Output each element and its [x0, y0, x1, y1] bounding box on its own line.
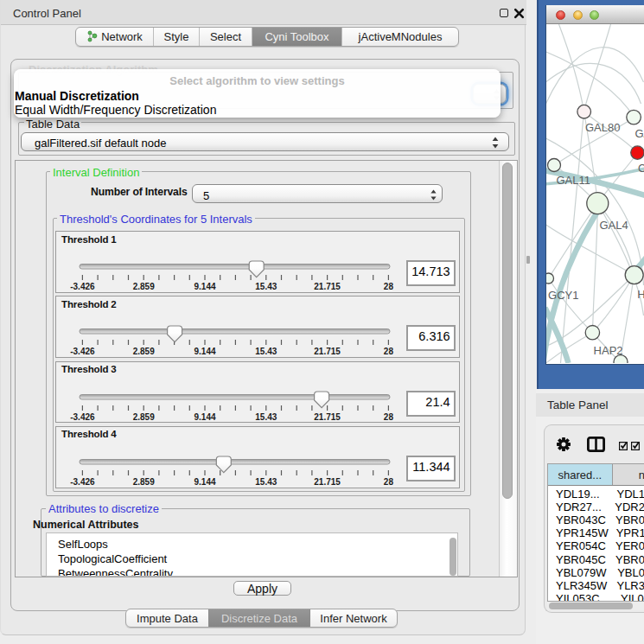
svg-text:28: 28	[383, 347, 393, 356]
svg-text:9.144: 9.144	[194, 411, 215, 421]
svg-text:GAL4: GAL4	[600, 219, 628, 232]
svg-text:-3.426: -3.426	[70, 347, 95, 356]
svg-text:2.859: 2.859	[132, 476, 154, 486]
svg-text:15.43: 15.43	[255, 411, 277, 421]
svg-text:21.715: 21.715	[314, 347, 341, 356]
svg-text:GAL11: GAL11	[556, 174, 590, 187]
svg-text:GA: GA	[635, 127, 644, 140]
svg-text:21.715: 21.715	[314, 411, 341, 421]
svg-text:28: 28	[383, 476, 393, 486]
svg-text:15.43: 15.43	[255, 347, 277, 356]
svg-text:9.144: 9.144	[194, 476, 215, 486]
svg-text:HAP2: HAP2	[594, 344, 623, 357]
svg-text:2.859: 2.859	[132, 347, 154, 356]
svg-text:28: 28	[383, 411, 393, 421]
svg-text:H: H	[637, 288, 644, 301]
svg-text:-3.426: -3.426	[70, 282, 95, 291]
svg-text:15.43: 15.43	[255, 476, 277, 486]
svg-text:-3.426: -3.426	[70, 411, 95, 421]
svg-text:9.144: 9.144	[194, 347, 215, 356]
svg-text:15.43: 15.43	[255, 282, 277, 291]
svg-text:2.859: 2.859	[132, 411, 154, 421]
svg-text:28: 28	[383, 282, 393, 291]
svg-text:21.715: 21.715	[314, 282, 341, 291]
svg-text:C: C	[638, 162, 644, 175]
svg-text:GAL80: GAL80	[585, 121, 620, 134]
svg-text:21.715: 21.715	[314, 476, 341, 486]
svg-text:2.859: 2.859	[132, 282, 154, 291]
svg-text:-3.426: -3.426	[70, 476, 95, 486]
svg-text:GCY1: GCY1	[548, 289, 578, 302]
svg-text:9.144: 9.144	[194, 282, 215, 291]
